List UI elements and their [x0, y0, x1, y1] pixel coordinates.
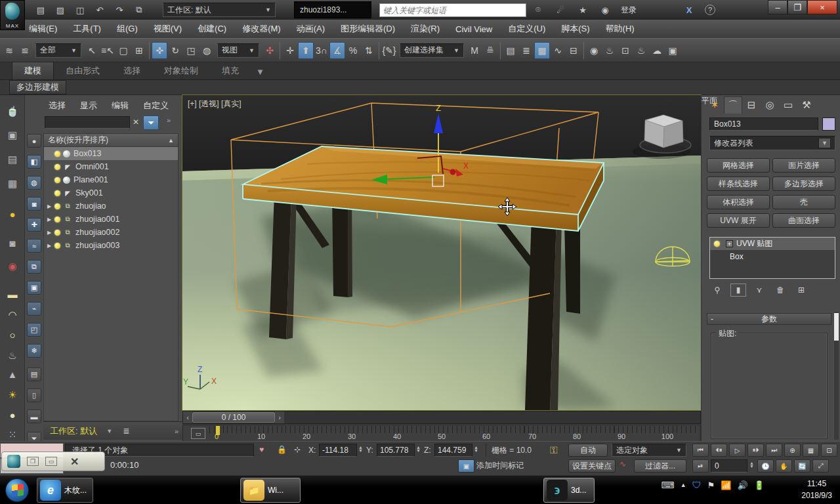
tray-flag-icon[interactable]: ⚑ [707, 480, 715, 490]
sun-icon[interactable]: ☀ [3, 387, 22, 404]
reference-coordinate-dropdown[interactable]: 视图▼ [217, 43, 259, 58]
new-file-icon[interactable]: ▤ [34, 3, 47, 16]
tray-expand-icon[interactable]: ▲ [681, 482, 686, 488]
go-start-icon[interactable]: ⏮ [692, 444, 709, 457]
display-icon[interactable]: ▣ [3, 127, 22, 144]
filter-spacewarps-icon[interactable]: ≈ [27, 239, 41, 253]
taskbar-clock[interactable]: 11:45 2018/9/3 [801, 478, 832, 501]
lock-selection-icon[interactable]: 🔒 [277, 445, 287, 454]
visibility-bulb-icon[interactable] [54, 190, 60, 196]
menu-rendering[interactable]: 渲染(R) [411, 23, 440, 35]
mesh-select-button[interactable]: 网格选择 [707, 158, 770, 173]
ribbon-toggle-icon[interactable]: ≣ [518, 42, 534, 59]
tray-power-icon[interactable]: 🔋 [754, 480, 765, 490]
sphere-icon[interactable]: ● [3, 406, 22, 423]
taskbar-ie-button[interactable]: e 木纹... [37, 478, 93, 503]
project-folder-icon[interactable]: ⧉ [133, 3, 146, 16]
filter-bones-icon[interactable]: ⌁ [27, 302, 41, 316]
isolate-icon[interactable]: ♥ [259, 445, 264, 454]
prev-frame-button[interactable]: ‹ [183, 411, 192, 423]
explorer-chevron-icon[interactable]: » [167, 116, 171, 124]
plane-icon[interactable]: ▬ [3, 285, 22, 303]
vol-select-button[interactable]: 体积选择 [707, 195, 770, 209]
camera-icon[interactable]: ◙ [3, 234, 22, 251]
poly-select-button[interactable]: 多边形选择 [772, 177, 835, 191]
coord-z-field[interactable]: 144.759 [434, 444, 472, 457]
wire-teapot-icon[interactable]: ♨ [3, 347, 22, 364]
rect-selection-region-icon[interactable]: ▢ [116, 42, 131, 59]
key-icon[interactable]: ⚿ [550, 444, 557, 456]
list-item[interactable]: ▶⧉zhuojiao002 [44, 226, 178, 239]
zoom-extents-icon[interactable]: ⊡ [821, 444, 837, 457]
tray-shield-icon[interactable]: 🛡 [692, 480, 702, 490]
visibility-bulb-icon[interactable] [54, 203, 60, 209]
minimize-button[interactable]: – [768, 0, 788, 14]
select-manipulate-icon[interactable]: ✛ [282, 42, 298, 59]
mini-curve-editor-icon[interactable]: ▭ [191, 428, 205, 439]
recorder-restore-icon[interactable]: ❐ [27, 457, 39, 466]
menu-edit[interactable]: 编辑(E) [29, 23, 57, 35]
coord-x-field[interactable]: -114.18 [319, 444, 357, 457]
taskbar-explorer-button[interactable]: 📁 Wi... [240, 478, 301, 503]
snap-3d-icon[interactable]: 3∩ [314, 42, 329, 59]
tray-volume-icon[interactable]: 🔊 [738, 480, 748, 490]
filter-xrefs-icon[interactable]: ▣ [27, 281, 41, 295]
communication-icon[interactable]: ☄ [554, 3, 567, 16]
menu-customize[interactable]: 自定义(U) [508, 23, 545, 35]
menu-graph-editors[interactable]: 图形编辑器(D) [341, 23, 395, 35]
teapot-icon[interactable]: 🍵 [3, 103, 22, 120]
render-setup-icon[interactable]: ♨ [602, 42, 618, 59]
visibility-bulb-icon[interactable] [54, 243, 60, 249]
uvw-unwrap-button[interactable]: UVW 展开 [707, 213, 770, 228]
play-icon[interactable]: ▷ [729, 444, 746, 457]
menu-create[interactable]: 创建(C) [198, 23, 226, 35]
filter-containers-icon[interactable]: ◰ [27, 323, 41, 337]
selection-filter-dropdown[interactable]: 全部▼ [35, 43, 81, 58]
filter-cameras-icon[interactable]: ◙ [27, 197, 41, 211]
object-color-swatch[interactable] [822, 117, 835, 131]
filter-helpers-icon[interactable]: ✚ [27, 218, 41, 232]
recorder-close-icon[interactable]: ✕ [70, 455, 79, 468]
tray-network-icon[interactable]: 📶 [721, 480, 731, 490]
render-icon[interactable]: ♨ [633, 42, 649, 59]
visibility-bulb-icon[interactable] [54, 217, 60, 222]
light-lister-icon[interactable]: ● [3, 205, 22, 222]
go-end-icon[interactable]: ⏭ [766, 444, 782, 457]
add-time-tag[interactable]: 添加时间标记 [476, 460, 524, 471]
show-end-result-icon[interactable]: ▮ [730, 284, 746, 297]
explorer-menu-customize[interactable]: 自定义 [143, 100, 169, 112]
ribbon-tab-populate[interactable]: 填充 [210, 62, 251, 79]
list-item[interactable]: ▶⧉zhuojiao [44, 200, 178, 213]
pan-icon[interactable]: ✋ [776, 459, 792, 472]
menu-civil-view[interactable]: Civil View [455, 24, 492, 34]
menu-tools[interactable]: 工具(T) [73, 23, 101, 35]
modifier-list-dropdown[interactable]: 修改器列表▼ [709, 136, 835, 150]
menu-group[interactable]: 组(G) [117, 23, 138, 35]
expand-arrow-icon[interactable]: ▶ [45, 230, 53, 236]
visibility-bulb-icon[interactable] [54, 177, 60, 183]
login-label[interactable]: 登录 [621, 5, 637, 16]
filter-shapes-icon[interactable]: ◧ [27, 155, 41, 169]
percent-snap-icon[interactable]: % [345, 42, 361, 59]
list-item[interactable]: Plane001 [44, 173, 178, 186]
start-button[interactable] [5, 478, 29, 502]
next-frame-button[interactable]: › [275, 411, 284, 423]
placement-icon[interactable]: ◍ [199, 42, 215, 59]
maximize-viewport-icon[interactable]: ⤢ [812, 459, 829, 472]
grid-icon[interactable]: ▦ [3, 175, 22, 192]
open-file-icon[interactable]: ▨ [54, 3, 67, 16]
render-last-icon[interactable]: ▣ [665, 42, 681, 59]
object-name-field[interactable]: Box013 [709, 117, 818, 131]
orbit-icon[interactable]: 🔄 [794, 459, 810, 472]
select-object-icon[interactable]: ↖ [84, 42, 100, 59]
select-rotate-icon[interactable]: ↻ [167, 42, 183, 59]
ribbon-tab-selection[interactable]: 选择 [112, 62, 152, 79]
render-cloud-icon[interactable]: ☁ [649, 42, 665, 59]
coord-y-field[interactable]: 105.778 [377, 444, 415, 457]
user-icon[interactable]: ◉ [598, 3, 612, 16]
ribbon-more-icon[interactable]: ▼ [251, 64, 270, 79]
modifier-bulb-icon[interactable] [714, 241, 720, 247]
remove-modifier-icon[interactable]: 🗑 [772, 284, 788, 297]
tab-motion-icon[interactable]: ◎ [761, 96, 779, 114]
help-icon[interactable]: ? [705, 5, 715, 15]
